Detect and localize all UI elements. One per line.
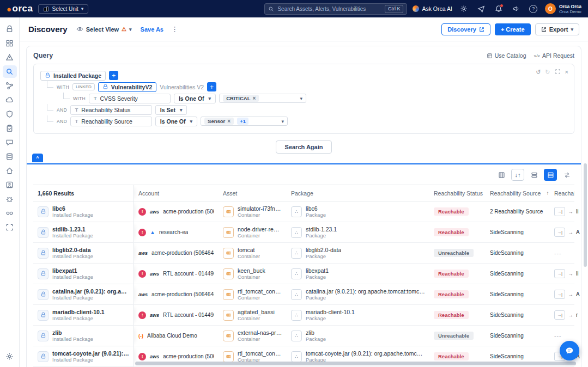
tree-connector bbox=[47, 81, 53, 88]
vertical-scrollbar[interactable] bbox=[584, 163, 587, 267]
create-button[interactable]: + Create bbox=[495, 23, 531, 35]
cvss-value-box[interactable]: CRITICAL× ▾ bbox=[219, 94, 306, 103]
asset-name: rtl_tomcat_container_9 bbox=[238, 350, 282, 357]
sidebar-settings-icon[interactable] bbox=[3, 350, 17, 363]
sidebar-item-vulnerabilities[interactable] bbox=[3, 193, 17, 205]
sidebar-item-cicd[interactable] bbox=[3, 207, 17, 219]
reach-detail-icon[interactable]: →| bbox=[554, 290, 565, 299]
sidebar-item-discovery[interactable] bbox=[3, 65, 17, 78]
reach-detail-text: A bbox=[576, 291, 580, 297]
user-menu[interactable]: O Orca Orca Orca Demo bbox=[545, 3, 581, 14]
row-name-cell: libc6Installed Package bbox=[33, 201, 134, 222]
sidebar-item-alerts[interactable] bbox=[3, 51, 17, 64]
package-icon: ∴ bbox=[291, 248, 302, 259]
help-icon[interactable]: ? bbox=[528, 3, 539, 15]
vulnerability-chip[interactable]: VulnerabilityV2 bbox=[98, 82, 156, 92]
cvss-severity-field[interactable]: TCVSS Severity bbox=[89, 94, 171, 103]
remove-chip-icon[interactable]: × bbox=[252, 95, 256, 101]
column-header-asset[interactable]: Asset bbox=[219, 185, 287, 201]
reach-detail-icon[interactable]: →| bbox=[554, 207, 565, 216]
horizontal-scrollbar[interactable] bbox=[135, 362, 576, 365]
sidebar-item-dashboard[interactable] bbox=[3, 37, 17, 50]
api-request-button[interactable]: </>API Request bbox=[534, 52, 574, 59]
package-type: Package bbox=[306, 212, 326, 218]
installed-package-icon bbox=[38, 331, 49, 341]
column-header-account[interactable]: Account bbox=[134, 185, 219, 201]
group-rows-icon[interactable] bbox=[528, 169, 541, 181]
sidebar-item-lock[interactable] bbox=[3, 23, 17, 35]
reachability-source: SideScanning bbox=[490, 250, 524, 256]
sidebar-item-identity[interactable] bbox=[3, 179, 17, 191]
status-operator-dropdown[interactable]: Is Set▾ bbox=[155, 105, 187, 115]
sidebar-item-attack-path[interactable] bbox=[3, 79, 17, 92]
table-row[interactable]: libexpat1Installed Package ! aws RTL acc… bbox=[33, 264, 574, 284]
global-search[interactable]: Ctrl K bbox=[264, 3, 407, 15]
column-header-package[interactable]: Package bbox=[287, 185, 429, 201]
query-with-row: WITH LINKED VulnerabilityV2 Vulnerabilit… bbox=[54, 81, 567, 93]
add-condition-button[interactable]: + bbox=[109, 71, 118, 80]
source-operator-dropdown[interactable]: Is One Of▾ bbox=[155, 117, 197, 126]
reachability-source-field[interactable]: TReachability Source bbox=[70, 117, 152, 126]
sidebar-item-chat[interactable] bbox=[3, 136, 17, 149]
installed-package-chip[interactable]: Installed Package bbox=[40, 71, 106, 81]
column-header-reachability[interactable]: Reachability bbox=[550, 185, 574, 201]
settings-icon[interactable] bbox=[458, 3, 470, 15]
kebab-menu-icon[interactable]: ⋮ bbox=[169, 25, 180, 33]
reach-detail-icon[interactable]: →| bbox=[554, 310, 565, 320]
select-unit-dropdown[interactable]: Select Unit ▾ bbox=[38, 4, 88, 14]
package-cell: ∴ libexpat1Package bbox=[287, 264, 429, 284]
reachability-status-field[interactable]: TReachability Status bbox=[70, 105, 152, 115]
reachability-cell: →| → r bbox=[550, 305, 574, 325]
export-button[interactable]: Export ▾ bbox=[535, 23, 579, 35]
reach-detail-icon[interactable]: →| bbox=[554, 269, 565, 278]
table-row[interactable]: zlibInstalled Package ! (-) Alibaba Clou… bbox=[33, 326, 574, 346]
swap-columns-icon[interactable] bbox=[560, 169, 573, 181]
search-again-button[interactable]: Search Again bbox=[276, 140, 332, 154]
sidebar-item-home[interactable] bbox=[3, 164, 17, 177]
table-row[interactable]: libglib2.0-dataInstalled Package ! aws a… bbox=[33, 243, 574, 264]
table-row[interactable]: libc6Installed Package ! aws acme-produc… bbox=[33, 201, 574, 222]
use-catalog-button[interactable]: Use Catalog bbox=[487, 52, 526, 59]
linked-chip[interactable]: LINKED bbox=[72, 83, 95, 90]
column-header-reachability-status[interactable]: Reachability Status bbox=[429, 185, 486, 201]
source-cell: SideScanning bbox=[486, 243, 550, 263]
more-values-chip[interactable]: +1 bbox=[237, 118, 248, 125]
manage-columns-icon[interactable] bbox=[495, 169, 508, 181]
sort-icon[interactable]: ↓↑ bbox=[511, 169, 524, 181]
table-row[interactable]: catalina.jar (9.0.21): org.apache.tomcat… bbox=[33, 284, 574, 305]
reach-detail-text: li bbox=[576, 209, 578, 215]
add-condition-button[interactable]: + bbox=[207, 82, 216, 91]
sidebar-item-cloud[interactable] bbox=[3, 94, 17, 106]
remove-chip-icon[interactable]: × bbox=[227, 118, 231, 124]
search-input[interactable] bbox=[277, 6, 381, 12]
table-view-icon[interactable] bbox=[544, 169, 557, 181]
collapse-query-button[interactable]: ^ bbox=[32, 154, 43, 162]
package-cell: ∴ libc6Package bbox=[287, 201, 429, 222]
row-name: catalina.jar (9.0.21): org.apache.tomcat… bbox=[52, 288, 129, 295]
table-row[interactable]: mariadb-client-10.1Installed Package ! a… bbox=[33, 305, 574, 326]
cvss-operator-dropdown[interactable]: Is One Of▾ bbox=[174, 94, 216, 103]
notifications-icon[interactable] bbox=[493, 3, 505, 15]
save-as-button[interactable]: Save As bbox=[141, 26, 163, 33]
account-name: acme-production (506464807365) bbox=[151, 291, 214, 297]
table-row[interactable]: stdlib-1.23.1Installed Package ! ▲ resea… bbox=[33, 222, 574, 243]
chat-fab-button[interactable] bbox=[560, 341, 579, 360]
package-type: Package bbox=[306, 253, 341, 259]
package-name: tomcat-coyote.jar (9.0.21): org.apache.t… bbox=[306, 350, 425, 357]
view-selector[interactable]: Select View ⚠ ▾ bbox=[73, 24, 135, 34]
sidebar-item-compliance[interactable] bbox=[3, 122, 17, 134]
ask-orca-ai-button[interactable]: Ask Orca AI bbox=[413, 5, 452, 12]
sidebar-item-data[interactable] bbox=[3, 150, 17, 163]
integrations-icon[interactable] bbox=[475, 3, 487, 15]
cloud-provider-icon: aws bbox=[150, 209, 159, 215]
sidebar-item-expand[interactable] bbox=[3, 221, 17, 234]
reach-detail-icon[interactable]: →| bbox=[554, 228, 565, 237]
discovery-button[interactable]: Discovery bbox=[441, 23, 490, 35]
sidebar-item-shield[interactable] bbox=[3, 108, 17, 120]
source-value-box[interactable]: Sensor× +1 ▾ bbox=[201, 117, 288, 126]
status-cell: Unreachable bbox=[429, 326, 486, 346]
column-header-reachability-source[interactable]: Reachability Source↑ bbox=[486, 185, 550, 201]
announcements-icon[interactable] bbox=[510, 3, 522, 15]
query-status-row: AND TReachability Status Is Set▾ bbox=[54, 104, 567, 115]
installed-package-icon bbox=[38, 289, 49, 300]
